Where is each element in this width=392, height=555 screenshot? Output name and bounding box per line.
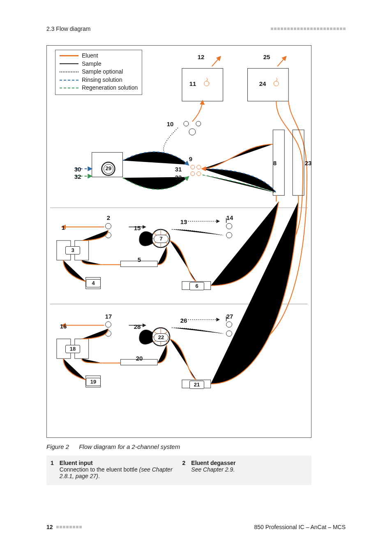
svg-point-29 [226, 321, 232, 327]
footer-page: 12 [46, 524, 82, 530]
label-1: 1 [62, 224, 65, 231]
def-2-num: 2 [182, 460, 186, 479]
label-13: 13 [180, 218, 187, 225]
def-1-title: Eluent input [60, 460, 176, 466]
label-17: 17 [105, 313, 112, 320]
label-32: 32 [74, 173, 81, 180]
def-2: 2 Eluent degasser See Chapter 2.9. [179, 460, 311, 479]
label-12: 12 [198, 53, 205, 60]
def-2-desc: See Chapter 2.9. [191, 466, 235, 473]
svg-rect-0 [182, 68, 223, 101]
def-1: 1 Eluent input Connection to the eluent … [47, 460, 179, 479]
definitions: 1 Eluent input Connection to the eluent … [46, 456, 311, 485]
svg-point-12 [197, 172, 201, 176]
svg-point-27 [106, 321, 111, 327]
svg-point-3 [274, 81, 279, 86]
label-20: 20 [136, 355, 143, 362]
label-24: 24 [259, 80, 266, 87]
label-23: 23 [305, 160, 312, 166]
badge-22: 22 [154, 333, 168, 342]
badge-19: 19 [86, 378, 101, 386]
svg-point-4 [184, 121, 189, 126]
label-10: 10 [167, 120, 174, 127]
page-header: 2.3 Flow diagram [46, 25, 346, 32]
label-5: 5 [138, 256, 141, 263]
page-footer: 12 850 Professional IC – AnCat – MCS [46, 524, 346, 530]
svg-point-18 [226, 223, 232, 229]
def-1-desc: Connection to the eluent bottle (see Cha… [60, 466, 173, 479]
def-1-num: 1 [51, 460, 54, 479]
label-28: 28 [134, 323, 141, 330]
section-label: 2.3 Flow diagram [46, 25, 90, 32]
label-11: 11 [189, 80, 196, 87]
figure-title: Flow diagram for a 2-channel system [79, 443, 180, 450]
label-27: 27 [226, 313, 233, 320]
label-26: 26 [180, 317, 187, 324]
def-2-title: Eluent degasser [191, 460, 235, 466]
badge-21: 21 [189, 381, 204, 389]
label-25: 25 [263, 53, 270, 60]
badge-4: 4 [86, 279, 101, 287]
svg-point-19 [226, 232, 232, 238]
svg-point-30 [226, 331, 232, 336]
svg-point-11 [191, 172, 195, 176]
label-31: 31 [175, 166, 182, 173]
svg-point-9 [191, 165, 195, 169]
label-8: 8 [273, 160, 277, 166]
svg-point-2 [204, 81, 209, 86]
badge-7: 7 [154, 235, 168, 243]
label-30: 30 [74, 166, 81, 173]
label-16: 16 [60, 323, 67, 330]
svg-point-6 [189, 129, 196, 135]
badge-6: 6 [189, 282, 204, 290]
figure-number: Figure 2 [46, 443, 69, 450]
badge-3: 3 [65, 246, 80, 254]
badge-29: 29 [104, 164, 113, 174]
label-14: 14 [226, 214, 233, 221]
badge-18: 18 [65, 345, 80, 353]
label-33: 33 [175, 174, 182, 181]
label-15: 15 [134, 224, 141, 231]
label-9: 9 [189, 155, 192, 162]
flow-diagram-figure: Eluent Sample Sample optional Rinsing so… [46, 45, 311, 438]
header-ornament [271, 28, 346, 30]
label-2: 2 [107, 214, 110, 221]
figure-caption: Figure 2 Flow diagram for a 2-channel sy… [46, 443, 180, 450]
svg-point-16 [106, 223, 111, 229]
footer-doc: 850 Professional IC – AnCat – MCS [254, 524, 346, 530]
svg-point-5 [196, 121, 201, 126]
svg-rect-1 [247, 68, 288, 101]
svg-point-10 [197, 165, 201, 169]
